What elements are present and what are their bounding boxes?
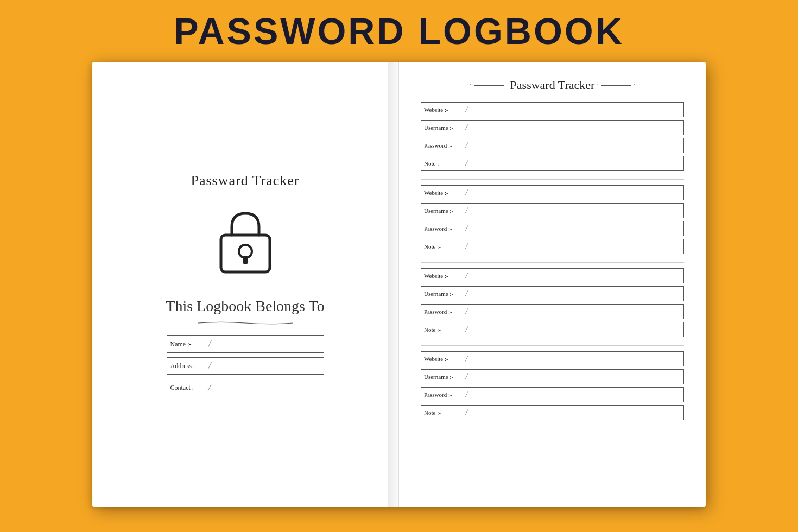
name-line	[213, 344, 324, 345]
address-label: Address :-	[167, 362, 206, 370]
website-row-1[interactable]: Website :- /	[421, 102, 684, 117]
website-row-4[interactable]: Website :- /	[421, 351, 684, 366]
username-label-2: Username :-	[421, 207, 464, 214]
website-slash-1: /	[464, 105, 469, 115]
book-container: Passward Tracker This Logbook Belongs To	[92, 62, 706, 507]
right-page: Passward Tracker Website :- / Username :…	[399, 62, 706, 507]
right-tracker-title: Passward Tracker	[474, 78, 631, 92]
username-row-4[interactable]: Username :- /	[421, 369, 684, 384]
entry-group-1: Website :- / Username :- / Password :- /…	[421, 102, 684, 174]
website-label-3: Website :-	[421, 273, 464, 279]
password-row-4[interactable]: Password :- /	[421, 387, 684, 402]
note-row-3[interactable]: Note :- /	[421, 322, 684, 337]
password-label-4: Password :-	[421, 391, 464, 398]
website-label-2: Website :-	[421, 189, 464, 196]
left-tracker-title: Passward Tracker	[191, 173, 299, 189]
website-slash-4: /	[464, 354, 469, 364]
note-slash-2: /	[464, 242, 469, 251]
address-slash: /	[206, 360, 213, 372]
password-label-1: Password :-	[421, 142, 464, 149]
password-row-1[interactable]: Password :- /	[421, 138, 684, 153]
note-row-2[interactable]: Note :- /	[421, 239, 684, 254]
note-row-1[interactable]: Note :- /	[421, 156, 684, 171]
password-slash-1: /	[464, 141, 469, 150]
page-title: PASSWORD LOGBOOK	[174, 10, 624, 52]
entry-group-2: Website :- / Username :- / Password :- /…	[421, 185, 684, 257]
website-slash-2: /	[464, 188, 469, 198]
divider-2	[421, 262, 684, 263]
svg-rect-2	[243, 256, 248, 264]
contact-label: Contact :-	[167, 384, 206, 392]
username-row-2[interactable]: Username :- /	[421, 203, 684, 218]
username-slash-4: /	[464, 372, 469, 382]
note-label-4: Note :-	[421, 409, 464, 416]
contact-slash: /	[206, 382, 213, 394]
username-row-1[interactable]: Username :- /	[421, 120, 684, 135]
divider-1	[421, 179, 684, 180]
website-label-1: Website :-	[421, 106, 464, 113]
username-slash-1: /	[464, 123, 469, 132]
contact-field-row[interactable]: Contact :- /	[167, 379, 324, 396]
note-slash-1: /	[464, 159, 469, 168]
note-label-3: Note :-	[421, 326, 464, 333]
username-label-3: Username :-	[421, 290, 464, 297]
name-label: Name :-	[167, 340, 206, 349]
username-slash-2: /	[464, 206, 469, 216]
note-slash-3: /	[464, 325, 469, 334]
password-slash-3: /	[464, 307, 469, 316]
password-row-2[interactable]: Password :- /	[421, 221, 684, 236]
note-row-4[interactable]: Note :- /	[421, 405, 684, 420]
username-label-4: Username :-	[421, 373, 464, 380]
address-field-row[interactable]: Address :- /	[167, 357, 324, 375]
title-line-right	[601, 85, 631, 86]
website-row-3[interactable]: Website :- /	[421, 268, 684, 283]
note-label-1: Note :-	[421, 160, 464, 167]
info-fields: Name :- / Address :- / Contact :- /	[167, 335, 324, 396]
divider-3	[421, 345, 684, 346]
password-label-2: Password :-	[421, 225, 464, 232]
contact-line	[213, 388, 324, 388]
lock-icon	[213, 205, 278, 276]
website-slash-3: /	[464, 271, 469, 281]
belongs-to-text: This Logbook Belongs To	[166, 297, 324, 315]
title-line-left	[474, 85, 504, 86]
username-label-1: Username :-	[421, 124, 464, 131]
username-row-3[interactable]: Username :- /	[421, 286, 684, 301]
note-slash-4: /	[464, 408, 469, 417]
password-row-3[interactable]: Password :- /	[421, 304, 684, 319]
entry-group-3: Website :- / Username :- / Password :- /…	[421, 268, 684, 340]
svg-rect-0	[221, 235, 270, 272]
password-slash-2: /	[464, 224, 469, 233]
entry-group-4: Website :- / Username :- / Password :- /…	[421, 351, 684, 423]
name-field-row[interactable]: Name :- /	[167, 335, 324, 353]
address-line	[213, 366, 324, 366]
username-slash-3: /	[464, 289, 469, 299]
password-label-3: Password :-	[421, 308, 464, 315]
website-row-2[interactable]: Website :- /	[421, 185, 684, 200]
left-page: Passward Tracker This Logbook Belongs To	[92, 62, 399, 507]
website-label-4: Website :-	[421, 356, 464, 362]
belongs-underline	[186, 318, 305, 324]
note-label-2: Note :-	[421, 243, 464, 250]
password-slash-4: /	[464, 390, 469, 400]
name-slash: /	[206, 339, 213, 350]
